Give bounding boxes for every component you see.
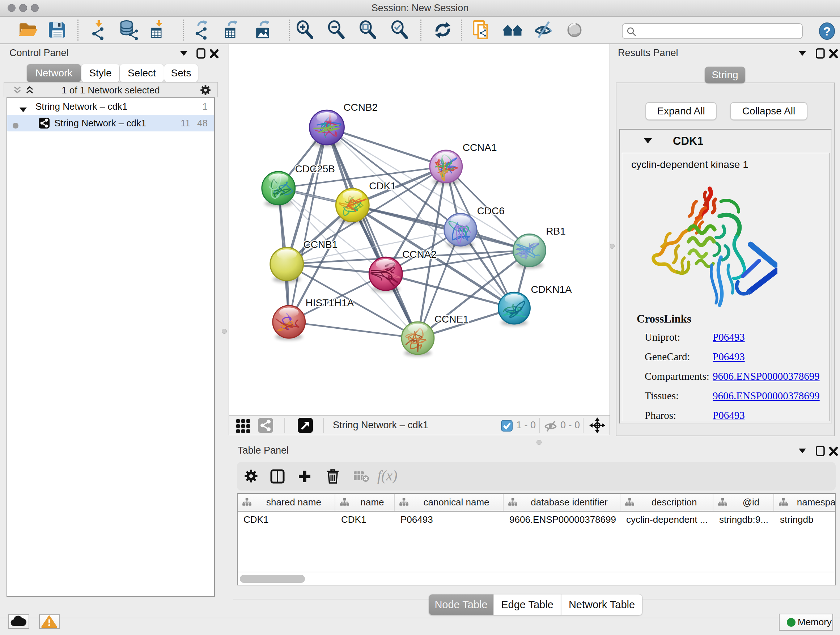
table-cell[interactable]: 9606.ENSP00000378699: [504, 511, 621, 527]
crosslink-link[interactable]: P06493: [713, 409, 745, 421]
memory-button[interactable]: Memory: [779, 614, 833, 631]
gene-description: cyclin-dependent kinase 1: [631, 159, 748, 171]
network-node-CDKN1A[interactable]: [499, 292, 531, 326]
hide-selection-button[interactable]: [534, 20, 554, 40]
zoom-in-button[interactable]: [295, 20, 315, 40]
network-node-CDC6[interactable]: [444, 214, 477, 248]
selection-summary: 1 of 1 Network selected: [4, 82, 218, 98]
apply-preferred-layout-button[interactable]: [433, 20, 453, 40]
table-cell[interactable]: stringdb: [774, 511, 836, 527]
network-badge-icon[interactable]: [258, 418, 273, 434]
control-panel-float-icon[interactable]: [196, 48, 206, 60]
open-in-window-icon[interactable]: [298, 418, 313, 434]
horizontal-splitter-handle[interactable]: [537, 440, 542, 445]
tab-network-table[interactable]: Network Table: [561, 594, 643, 616]
column-type-icon: [399, 498, 409, 507]
tab-string[interactable]: String: [705, 67, 745, 83]
column-header-shared-name[interactable]: shared name: [238, 494, 335, 511]
network-view[interactable]: CCNB2CCNA1CDC25BCDK1CDC6RB1CCNB1CCNA2CDK…: [229, 44, 610, 415]
node-label-CCNB2: CCNB2: [343, 102, 378, 113]
memory-status-icon: [786, 617, 796, 627]
crosslink-link[interactable]: 9606.ENSP00000378699: [713, 371, 820, 382]
results-panel-float-icon[interactable]: [816, 48, 825, 60]
save-session-button[interactable]: [48, 20, 67, 40]
collapse-all-button[interactable]: Collapse All: [730, 102, 807, 120]
search-input[interactable]: [622, 23, 803, 39]
tab-network[interactable]: Network: [27, 64, 81, 82]
tab-style[interactable]: Style: [81, 64, 119, 82]
table-cell[interactable]: stringdb:9...: [714, 511, 774, 527]
column-header-canonical-name[interactable]: canonical name: [395, 494, 504, 511]
selected-checkbox-icon[interactable]: [501, 420, 513, 433]
column-header-description[interactable]: description: [621, 494, 714, 511]
column-type-icon: [242, 498, 251, 507]
show-hidden-button[interactable]: [565, 20, 584, 40]
table-cell[interactable]: P06493: [395, 511, 504, 527]
table-horizontal-scrollbar[interactable]: [240, 575, 305, 583]
table-cell[interactable]: CDK1: [335, 511, 395, 527]
collection-count: 1: [202, 101, 208, 112]
control-panel-close-icon[interactable]: [209, 48, 219, 60]
table-cell[interactable]: CDK1: [238, 511, 335, 527]
column-header-database-identifier[interactable]: database identifier: [504, 494, 621, 511]
table-settings-gear-icon[interactable]: [244, 469, 258, 485]
import-network-from-database-button[interactable]: [119, 20, 139, 40]
zoom-selected-button[interactable]: [390, 20, 409, 40]
network-tree: String Network – cdk1 1 String Network –…: [6, 97, 215, 597]
grid-view-icon[interactable]: [235, 418, 251, 435]
right-splitter-handle[interactable]: [609, 244, 615, 249]
import-network-from-file-button[interactable]: [90, 20, 109, 40]
results-panel-close-icon[interactable]: [829, 48, 838, 60]
zoom-out-button[interactable]: [327, 20, 346, 40]
table-panel-collapse-icon[interactable]: [798, 448, 806, 455]
table-panel-float-icon[interactable]: [816, 446, 825, 458]
warning-status-button[interactable]: [39, 614, 60, 629]
delete-column-icon[interactable]: [325, 469, 340, 486]
tree-expand-icon[interactable]: [19, 104, 27, 115]
show-columns-icon[interactable]: [270, 469, 285, 485]
network-node-RB1[interactable]: [513, 234, 546, 268]
expand-all-button[interactable]: Expand All: [645, 102, 717, 120]
help-button[interactable]: ?: [818, 22, 836, 40]
export-network-button[interactable]: [194, 20, 213, 40]
export-table-button[interactable]: [224, 20, 243, 40]
network-node-HIST1H1A[interactable]: [273, 306, 305, 340]
tab-select[interactable]: Select: [120, 64, 164, 82]
options-gear-icon[interactable]: [200, 85, 211, 97]
results-panel-collapse-icon[interactable]: [798, 50, 806, 57]
import-table-from-file-button[interactable]: [150, 20, 169, 40]
column-header-name[interactable]: name: [335, 494, 395, 511]
control-panel-collapse-icon[interactable]: [180, 50, 188, 57]
fit-selected-icon[interactable]: [589, 417, 605, 435]
node-label-CDC6: CDC6: [477, 205, 505, 217]
network-tree-row[interactable]: String Network – cdk1 1: [7, 98, 214, 115]
column-header-namespace[interactable]: namespace: [774, 494, 836, 511]
table-cell[interactable]: cyclin-dependent ...: [621, 511, 714, 527]
crosslink-link[interactable]: P06493: [713, 331, 745, 343]
column-header--id[interactable]: @id: [714, 494, 774, 511]
network-node-CDC25B[interactable]: [262, 172, 295, 207]
crosslink-link[interactable]: P06493: [713, 351, 745, 363]
open-session-button[interactable]: [18, 20, 38, 40]
tab-sets[interactable]: Sets: [164, 64, 198, 82]
gene-collapse-icon[interactable]: [644, 138, 652, 146]
add-column-icon[interactable]: [297, 469, 312, 485]
cloud-status-button[interactable]: [8, 614, 29, 629]
network-selection-header: 1 of 1 Network selected: [4, 82, 218, 97]
new-network-from-selection-button[interactable]: [472, 20, 492, 40]
crosslink-link[interactable]: 9606.ENSP00000378699: [713, 390, 820, 402]
control-panel: Control Panel NetworkStyleSelectSets 1 o…: [4, 45, 218, 601]
gene-header[interactable]: CDK1: [620, 130, 831, 153]
node-table: shared namenamecanonical namedatabase id…: [237, 493, 836, 585]
network-node-CCNE1[interactable]: [401, 322, 434, 356]
export-image-button[interactable]: [255, 20, 274, 40]
zoom-fit-content-button[interactable]: [358, 20, 378, 40]
control-panel-title: Control Panel: [9, 48, 69, 59]
network-node-CCNA1[interactable]: [430, 150, 462, 185]
tab-node-table[interactable]: Node Table: [429, 594, 493, 616]
network-tree-row[interactable]: String Network – cdk1 11 48: [7, 115, 214, 131]
network-overview-button[interactable]: [503, 20, 523, 40]
left-splitter-handle[interactable]: [222, 329, 227, 334]
tab-edge-table[interactable]: Edge Table: [493, 594, 561, 616]
table-panel-close-icon[interactable]: [829, 446, 838, 458]
